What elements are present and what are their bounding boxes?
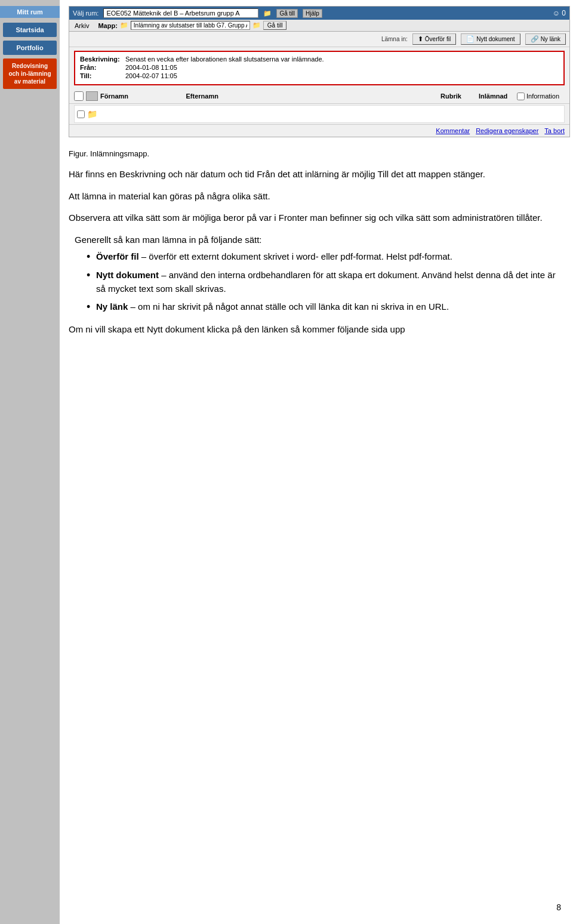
smiley-area: ☺ 0 [553,9,566,17]
beskrivning-label: Beskrivning: [80,56,122,63]
screenshot-area: Välj rum: 📁 Gå till Hjälp ☺ 0 Arkiv Mapp… [69,6,570,137]
nytt-dok-btn[interactable]: 📄 Nytt dokument [461,33,520,45]
bullet-title-2: Nytt dokument [96,270,159,280]
bullet-item-2: • Nytt dokument – använd den interna ord… [75,269,567,295]
desc-row-till: Till: 2004-02-07 11:05 [80,72,559,79]
till-value: 2004-02-07 11:05 [125,72,177,79]
folder-icon-row: 📁 [87,109,97,119]
bullet-title-3: Ny länk [96,301,128,312]
redigera-btn[interactable]: Redigera egenskaper [476,127,538,134]
mapp-input[interactable] [131,21,250,30]
ta-bort-btn[interactable]: Ta bort [544,127,565,134]
col-fornamn: Förnamn [100,93,184,100]
fran-value: 2004-01-08 11:05 [125,64,177,71]
bullet-intro: Generellt så kan man lämna in på följand… [75,233,567,247]
bullet-title-1: Överför fil [96,251,139,261]
toolbar: Lämna in: ⬆ Överför fil 📄 Nytt dokument … [69,32,569,47]
col-rubrik: Rubrik [440,93,476,100]
menu-path: Mapp: 📁 📁 Gå till [98,21,566,30]
paragraph2: Att lämna in material kan göras på några… [69,190,567,204]
column-headers: Förnamn Efternamn Rubrik Inlämnad Inform… [69,89,569,104]
sidebar-top-label: Mitt rum [0,6,60,18]
smiley-icon: ☺ 0 [553,9,566,17]
fran-label: Från: [80,64,122,71]
help-btn[interactable]: Hjälp [303,9,322,18]
info-checkbox[interactable] [517,93,525,100]
desc-row-fran: Från: 2004-01-08 11:05 [80,64,559,71]
row-checkbox[interactable] [77,110,85,118]
sidebar-item-redovisning[interactable]: Redovisning och in-lämning av material [3,58,57,89]
beskrivning-text: Senast en vecka efter laborationen skall… [125,56,324,63]
col-inlamnad: Inlämnad [479,93,515,100]
ny-lank-btn[interactable]: 🔗 Ny länk [525,33,566,45]
col-icon-placeholder [86,91,98,101]
menu-arkiv[interactable]: Arkiv [73,21,91,30]
figure-caption: Figur. Inlämningsmapp. [69,149,567,158]
bullet-item-1: • Överför fil – överför ett externt doku… [75,250,567,264]
page-number: 8 [556,903,561,912]
bullet-section: Generellt så kan man lämna in på följand… [69,233,567,315]
main-content: Välj rum: 📁 Gå till Hjälp ☺ 0 Arkiv Mapp… [63,0,573,924]
paragraph-final: Om ni vill skapa ett Nytt dokument klick… [69,323,567,337]
bullet-dot-2: • [87,269,96,295]
goto-mapp-btn[interactable]: Gå till [263,21,287,30]
valj-rum-label: Välj rum: [73,10,98,17]
mapp-label: Mapp: [98,22,117,29]
folder-icon3: 📁 [252,21,261,29]
doc-icon: 📄 [466,35,475,43]
bullet-text-3: Ny länk – om ni har skrivit på något ann… [96,300,567,314]
empty-row: 📁 [74,105,565,123]
rum-dropdown[interactable] [103,8,258,18]
col-information: Information [517,93,565,100]
sidebar: Mitt rum Startsida Portfolio Redovisning… [0,0,60,924]
sidebar-item-portfolio[interactable]: Portfolio [3,41,57,55]
description-box: Beskrivning: Senast en vecka efter labor… [74,51,565,85]
folder-icon: 📁 [263,10,272,17]
overforfil-btn[interactable]: ⬆ Överför fil [412,33,456,45]
select-all-checkbox[interactable] [74,91,84,101]
link-icon: 🔗 [531,35,539,43]
title-bar-left: Välj rum: 📁 Gå till Hjälp [73,8,322,18]
sidebar-item-startsida[interactable]: Startsida [3,23,57,37]
bullet-dot-3: • [87,300,96,314]
bullet-text-1: Överför fil – överför ett externt dokume… [96,250,567,264]
upload-icon: ⬆ [418,35,423,43]
bullet-item-3: • Ny länk – om ni har skrivit på något a… [75,300,567,314]
menu-bar: Arkiv Mapp: 📁 📁 Gå till [69,20,569,32]
bullet-text-2: Nytt dokument – använd den interna ordbe… [96,269,567,295]
desc-row-beskrivning: Beskrivning: Senast en vecka efter labor… [80,56,559,63]
folder-icon2: 📁 [120,21,128,29]
kommentar-btn[interactable]: Kommentar [436,127,470,134]
paragraph3: Observera att vilka sätt som är möjliga … [69,211,567,225]
goto-rum-btn[interactable]: Gå till [276,9,298,18]
title-bar: Välj rum: 📁 Gå till Hjälp ☺ 0 [69,7,569,20]
action-bar: Kommentar Redigera egenskaper Ta bort [69,124,569,137]
till-label: Till: [80,72,122,79]
paragraph1: Här finns en Beskrivning och när datum o… [69,168,567,181]
bullet-dot-1: • [87,250,96,264]
col-efternamn: Efternamn [186,93,270,100]
lamna-in-label: Lämna in: [381,36,408,42]
